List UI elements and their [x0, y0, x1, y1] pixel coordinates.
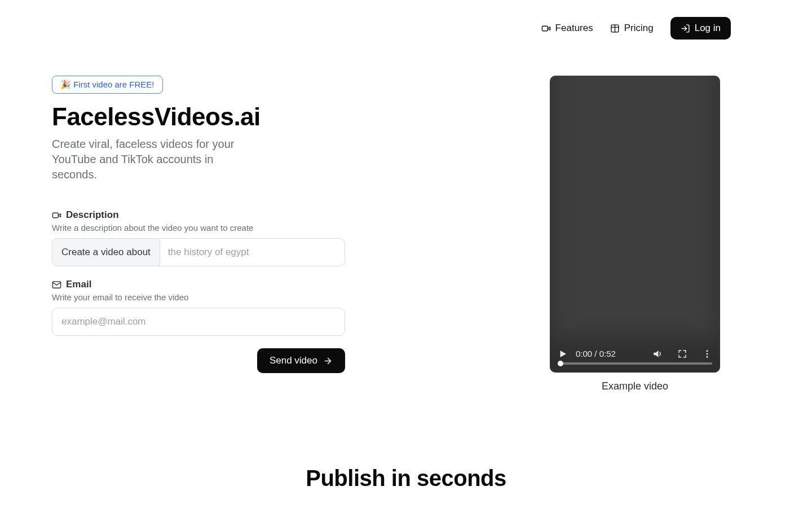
section-publish-title: Publish in seconds: [0, 466, 812, 491]
example-video-player[interactable]: 0:00 / 0:52: [550, 76, 720, 373]
video-time: 0:00 / 0:52: [576, 349, 616, 358]
svg-point-12: [707, 356, 708, 358]
svg-rect-0: [542, 26, 548, 31]
svg-point-10: [707, 350, 708, 352]
description-label: Description: [52, 209, 345, 221]
description-label-text: Description: [66, 209, 119, 221]
create-video-form: Description Write a description about th…: [52, 209, 345, 373]
nav-pricing[interactable]: Pricing: [610, 23, 654, 34]
video-controls-left: 0:00 / 0:52: [558, 348, 616, 359]
mail-icon: [52, 279, 61, 290]
email-field-group: Email Write your email to receive the vi…: [52, 279, 345, 336]
description-field-group: Description Write a description about th…: [52, 209, 345, 266]
video-controls-right: [652, 348, 712, 359]
hero-right: 0:00 / 0:52: [539, 76, 731, 392]
email-label-text: Email: [66, 279, 91, 290]
svg-marker-9: [654, 351, 658, 357]
description-hint: Write a description about the video you …: [52, 223, 345, 233]
promo-badge-label: 🎉 First video are FREE!: [60, 80, 155, 90]
header: Features Pricing Log in: [0, 0, 812, 40]
video-seek-bar[interactable]: [558, 362, 712, 365]
promo-badge: 🎉 First video are FREE!: [52, 76, 163, 94]
description-input-addon: Create a video about: [52, 239, 160, 266]
form-actions: Send video: [52, 348, 345, 373]
login-icon: [681, 23, 690, 34]
hero-left: 🎉 First video are FREE! FacelessVideos.a…: [52, 76, 356, 392]
nav-features-label: Features: [555, 23, 593, 34]
svg-rect-4: [52, 213, 58, 218]
video-icon: [541, 23, 551, 34]
send-video-button[interactable]: Send video: [257, 348, 345, 373]
top-nav: Features Pricing Log in: [541, 17, 731, 40]
more-vertical-icon[interactable]: [702, 348, 712, 359]
nav-features[interactable]: Features: [541, 23, 593, 34]
fullscreen-icon[interactable]: [677, 348, 687, 359]
login-label: Log in: [695, 23, 721, 34]
video-controls: 0:00 / 0:52: [558, 348, 712, 359]
description-input[interactable]: [160, 239, 345, 266]
hero-section: 🎉 First video are FREE! FacelessVideos.a…: [0, 40, 812, 392]
page-title: FacelessVideos.ai: [52, 103, 356, 131]
description-input-group: Create a video about: [52, 238, 345, 266]
send-video-label: Send video: [270, 355, 317, 366]
nav-pricing-label: Pricing: [624, 23, 654, 34]
arrow-right-icon: [323, 355, 333, 366]
video-icon: [52, 209, 61, 221]
volume-icon[interactable]: [652, 348, 663, 359]
email-input[interactable]: [52, 308, 345, 336]
page-subtitle: Create viral, faceless videos for your Y…: [52, 137, 255, 182]
login-button[interactable]: Log in: [670, 17, 731, 40]
svg-point-11: [707, 353, 708, 355]
email-hint: Write your email to receive the video: [52, 292, 345, 302]
svg-marker-8: [561, 351, 567, 357]
play-icon[interactable]: [558, 348, 568, 359]
email-label: Email: [52, 279, 345, 290]
example-video-caption: Example video: [602, 380, 668, 392]
package-icon: [610, 23, 620, 34]
video-seek-handle[interactable]: [558, 361, 563, 366]
